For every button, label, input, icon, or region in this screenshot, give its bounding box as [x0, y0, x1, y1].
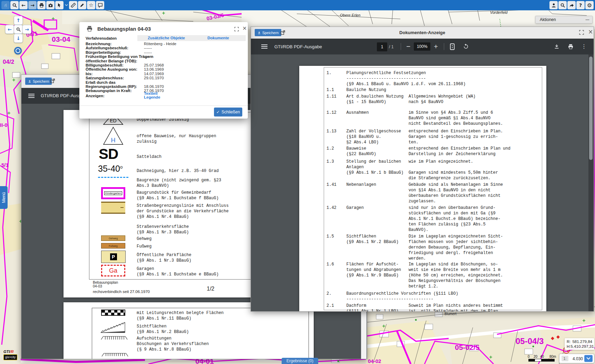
- pan-right-button[interactable]: →: [22, 25, 31, 34]
- open-external-icon[interactable]: [50, 78, 56, 84]
- close-icon[interactable]: ×: [242, 25, 247, 31]
- page-number-input[interactable]: [377, 42, 387, 51]
- data-row: Bebauungsplan in Kraft:27.06.1970: [86, 89, 245, 93]
- data-row: Satzungsbeschluss:29.01.1970: [86, 76, 245, 80]
- maximize-icon[interactable]: [234, 27, 239, 32]
- print-icon[interactable]: [86, 26, 93, 32]
- map-label-obere-erlen: Obere Erlen: [340, 13, 360, 17]
- page-total: / 1: [389, 44, 393, 49]
- measure-tool-button[interactable]: [69, 1, 77, 9]
- pdf-text-block: 1. Planungsrechtliche Festsetzungen ----…: [326, 70, 466, 87]
- tab-verfahrensdaten[interactable]: Verfahrensdaten: [86, 36, 117, 40]
- menu-tab[interactable]: Menü: [0, 186, 8, 209]
- results-tab[interactable]: Ergebnisse (0): [282, 358, 318, 364]
- data-row: Bürgerbeteiligung:------: [86, 50, 245, 54]
- zoom-level[interactable]: 100%: [414, 42, 430, 51]
- snapshot-button[interactable]: [46, 1, 55, 9]
- legend-text: Baugrundstück für Gemeinbedarf (§9 Abs.1…: [137, 190, 219, 201]
- legend-text: Straßenbegrenzungslinie mit Anschluss de…: [137, 203, 228, 220]
- menu-icon[interactable]: [261, 44, 267, 49]
- map-label-blumert: Blumert: [445, 312, 456, 316]
- maximize-icon[interactable]: [579, 30, 584, 35]
- print-icon[interactable]: [566, 42, 575, 51]
- pdf-text-block: 1.6 Flächen für Aufschüt- Im Lageplan si…: [326, 262, 503, 289]
- gis-city-logo: GTI/R gis>city: [3, 350, 17, 360]
- settings-button[interactable]: ⚙: [585, 1, 594, 9]
- user-button[interactable]: [549, 1, 558, 9]
- magnifier-icon: [12, 3, 17, 8]
- pointer-tool-button[interactable]: ☝: [1, 1, 10, 9]
- tab-zusaetzliche-objekte[interactable]: Zusätzliche Objekte: [148, 36, 185, 40]
- legend-text: Öffentliche Parkfläche (§9 Abs. 1 Nr.3 B…: [137, 252, 191, 263]
- printer-icon: [39, 3, 44, 8]
- legend-text: Dachneigung, hier z.B. 35-40 Grad: [137, 168, 219, 174]
- pdf-text-block: 1.2 Bauweise entsprechend den Einschrieb…: [326, 146, 510, 157]
- share-button[interactable]: [567, 1, 576, 9]
- svg-text:ED: ED: [110, 118, 116, 123]
- h-label: H:: [567, 344, 571, 349]
- h-value: 5.410.297,31: [571, 344, 594, 349]
- dialog-divider: [79, 105, 248, 106]
- location-dot-icon: [16, 48, 20, 53]
- zoom-out-icon[interactable]: −: [405, 41, 412, 51]
- legend-text: Straßenverkehrsfläche (§9 Abs.1 Nr.3 BBa…: [137, 224, 189, 235]
- geolocate-button[interactable]: [14, 47, 22, 54]
- zoom-center-button[interactable]: [14, 25, 23, 34]
- scrollbar[interactable]: [588, 54, 594, 311]
- close-icon[interactable]: ×: [588, 28, 593, 35]
- chevron-down-icon: [586, 357, 591, 360]
- pdf-page: 1. Planungsrechtliche Festsetzungen ----…: [299, 66, 546, 311]
- symbol-aufschuettungen: [100, 335, 128, 342]
- fit-page-icon[interactable]: [448, 42, 456, 51]
- print-button[interactable]: [37, 1, 46, 9]
- save-button[interactable]: Speichern: [25, 78, 52, 85]
- data-row: Billigungsbeschluß:25.07.1968: [86, 63, 245, 67]
- symbol-garagen: Ga: [101, 265, 125, 276]
- data-row: Bezeichnung:Rötenberg - Heide: [86, 42, 245, 46]
- r-value: 581.279,84: [572, 339, 592, 344]
- search-button[interactable]: [558, 1, 567, 9]
- zoom-tool-button[interactable]: [10, 1, 19, 9]
- scale-dropdown-button[interactable]: [584, 355, 593, 362]
- schliessen-button[interactable]: ✓ Schließen: [214, 108, 242, 117]
- download-icon[interactable]: [553, 42, 561, 51]
- forward-button[interactable]: →: [28, 1, 37, 9]
- search-icon: [560, 3, 565, 8]
- draw-tool-button[interactable]: [78, 1, 86, 9]
- tab-dokumente[interactable]: Dokumente: [207, 36, 229, 40]
- map-label-vorderfeld: Vorderfeld: [490, 10, 507, 14]
- pdf-text-block: 1.11 Art d.baulichen Nutzung Allgemeines…: [326, 94, 476, 105]
- map-label-03-04: 03-04: [52, 35, 70, 43]
- select-tool-dropdown[interactable]: [64, 1, 68, 9]
- menu-icon[interactable]: [28, 93, 35, 98]
- zoom-in-icon[interactable]: +: [432, 41, 439, 51]
- aktionen-panel: Aktionen —: [535, 16, 593, 23]
- comment-button[interactable]: [96, 1, 104, 9]
- check-icon: ✓: [216, 110, 220, 114]
- pan-left-button[interactable]: ←: [5, 25, 14, 34]
- anzeigen-links: Textteil Legende: [144, 92, 160, 99]
- pan-up-button[interactable]: ↑: [14, 16, 23, 25]
- favorites-button[interactable]: ☆: [87, 1, 95, 9]
- legend-text: Garagen (§9 Abs.1 Nr.1 Buchstabe e BBauG…: [137, 266, 219, 277]
- minimize-icon[interactable]: —: [585, 17, 589, 22]
- rotate-icon[interactable]: [462, 42, 470, 51]
- document-viewer-window: Speichern Dokumenten-Anzeige × GTI/RDB P…: [251, 27, 594, 312]
- legend-text: Aufschüttungen Böschungen an Verkehrsflä…: [137, 336, 209, 352]
- pdf-title: GTI/RDB PDF-Ausgabe: [274, 44, 322, 49]
- more-options-icon[interactable]: ⋮: [581, 41, 587, 51]
- legende-link[interactable]: Legende: [144, 95, 160, 99]
- map-label-05-04-3: 05-04/3: [516, 336, 544, 346]
- verfahrensdaten-rows: Bezeichnung:Rötenberg - Heide Aufstellun…: [86, 42, 245, 93]
- pdf-text-block: 1.12 Ausnahmen im Sinne von §4 Abs.3 Zif…: [326, 110, 503, 127]
- select-tool-button[interactable]: [55, 1, 64, 9]
- pan-down-button[interactable]: ↓: [14, 34, 23, 43]
- scale-input[interactable]: [570, 355, 586, 363]
- scale-prefix: 1:: [562, 356, 568, 361]
- scale-bar: [528, 359, 555, 362]
- pdf-text-block: 1.1 Bauliche Nutzung: [326, 87, 386, 93]
- chevron-down-icon: [65, 4, 68, 6]
- pencil-icon: [80, 3, 85, 8]
- help-button[interactable]: ?: [576, 1, 585, 9]
- back-button[interactable]: ←: [19, 1, 28, 9]
